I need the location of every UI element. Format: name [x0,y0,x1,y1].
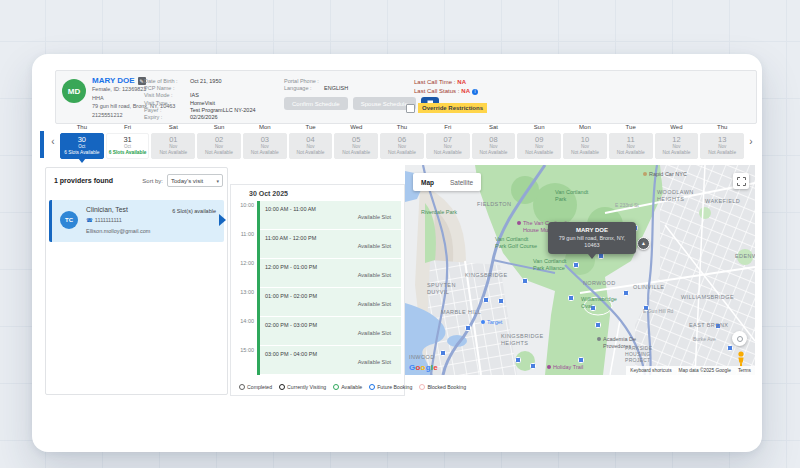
provider-email: Ellison.molloy@gmail.com [86,228,150,234]
patient-field: PCP Name : [144,85,256,92]
map-poi-icon[interactable]: ▲ [637,237,650,250]
transit-marker-icon[interactable] [568,295,574,301]
map-label: MARBLE HILL [441,309,481,316]
available-slot[interactable]: 10:00 AM - 11:00 AM Available Slot [257,201,401,229]
carousel-prev-button[interactable]: ‹ [48,136,58,147]
providers-panel: 1 providers found Sort by: Today's visit… [45,167,228,395]
slot-area: 10:00 10:00 AM - 11:00 AM Available Slot… [231,201,404,375]
map-label: Van Cortlandt Park Golf Course [495,236,537,249]
fullscreen-button[interactable] [733,173,749,189]
override-restrictions-checkbox[interactable] [406,104,415,113]
map-data-text: Map data ©2025 Google [679,368,731,373]
app-window: MD MARY DOE ✎ Female, ID: 12369823 HHA 7… [32,54,762,452]
provider-slots-count: 6 Slot(s) available [172,208,216,214]
available-slot[interactable]: 01:00 PM - 02:00 PM Available Slot [257,288,401,316]
date-cell[interactable]: Fri 31 Oct 6 Slots Available [106,124,150,159]
date-cell[interactable]: Thu 30 Oct 6 Slots Available [60,124,104,159]
available-slot[interactable]: 11:00 AM - 12:00 PM Available Slot [257,230,401,258]
available-slot[interactable]: 02:00 PM - 03:00 PM Available Slot [257,317,401,345]
transit-marker-icon[interactable] [440,350,446,356]
map-label: WILLIAMSBRIDGE [681,294,734,301]
availability-bar [257,201,260,375]
transit-marker-icon[interactable] [465,325,471,331]
date-cell[interactable]: Tue 11 Nov Not Available [609,124,653,159]
poi-dot-icon [481,320,485,324]
carousel-days: Thu 30 Oct 6 Slots Available Fri 31 Oct … [60,124,744,159]
carousel-accent-bar [40,131,44,158]
map-label: KINGSBRIDGE HEIGHTS [501,333,544,346]
available-slot[interactable]: 03:00 PM - 04:00 PM Available Slot [257,346,401,374]
transit-marker-icon[interactable] [623,290,629,296]
legend-item: Completed [239,384,272,390]
map-label: SPUYTEN DUYVIL [427,282,456,295]
time-label: 10:00 [231,202,254,208]
terms-link[interactable]: Terms [738,368,751,373]
map-labels: Riverdale ParkFIELDSTONVan Cortlandt Par… [405,165,755,375]
legend-dot-icon [419,384,425,390]
date-cell[interactable]: Sat 01 Nov Not Available [151,124,195,159]
transit-marker-icon[interactable] [515,357,521,363]
map-label: KINGSBRIDGE [465,272,508,279]
date-cell[interactable]: Mon 10 Nov Not Available [563,124,607,159]
transit-marker-icon[interactable] [498,298,504,304]
override-restrictions-label: Override Restrictions [418,103,487,113]
schedule-date: 30 Oct 2025 [249,190,288,197]
legend-dot-icon [333,384,339,390]
google-logo: Google [409,363,438,372]
transit-marker-icon[interactable] [598,253,604,259]
last-call-time-label: Last Call Time : [414,78,455,87]
keyboard-shortcuts-link[interactable]: Keyboard shortcuts [630,368,671,373]
fullscreen-icon [737,177,746,186]
provider-avatar: TC [60,211,78,229]
transit-marker-icon[interactable] [530,363,536,369]
map-label: Riverdale Park [421,209,457,216]
date-carousel: ‹ Thu 30 Oct 6 Slots Available Fri 31 Oc… [40,124,756,164]
map-label: E Gun Hill Rd [643,308,673,314]
date-cell[interactable]: Thu 06 Nov Not Available [380,124,424,159]
available-slot[interactable]: 12:00 PM - 01:00 PM Available Slot [257,259,401,287]
last-call-status-label: Last Call Status : [414,87,459,96]
map-label: PARKSIDE HOUSING PROJECT [625,345,652,363]
date-cell[interactable]: Tue 04 Nov Not Available [289,124,333,159]
date-cell[interactable]: Sun 09 Nov Not Available [517,124,561,159]
transit-marker-icon[interactable] [522,278,528,284]
date-cell[interactable]: Thu 13 Nov Not Available [700,124,744,159]
map-type-control: Map Satellite [413,173,481,191]
poi-dot-icon [643,172,647,176]
phone-icon: ☎ [86,217,93,223]
date-cell[interactable]: Wed 05 Nov Not Available [334,124,378,159]
patient-field: Visit Mode : IAS [144,92,256,99]
date-cell[interactable]: Sun 02 Nov Not Available [197,124,241,159]
carousel-next-button[interactable]: › [746,136,756,147]
transit-marker-icon[interactable] [483,297,489,303]
legend-item: Blocked Booking [419,384,466,390]
provider-card[interactable]: TC Clinician, Test ☎1111111111 Ellison.m… [49,200,224,242]
poi-dot-icon [547,365,551,369]
map-label: Holiday Trail [547,364,583,371]
slot-legend: Completed Currently Visiting Available F… [239,384,466,390]
provider-name: Clinician, Test [86,206,128,213]
date-cell[interactable]: Wed 12 Nov Not Available [655,124,699,159]
patient-field: Date of Birth : Oct 21, 1950 [144,78,256,85]
time-label: 15:00 [231,347,254,353]
date-cell[interactable]: Mon 03 Nov Not Available [243,124,287,159]
map-panel[interactable]: Riverdale ParkFIELDSTONVan Cortlandt Par… [405,165,755,375]
date-cell[interactable]: Sat 08 Nov Not Available [472,124,516,159]
legend-dot-icon [279,384,285,390]
satellite-view-button[interactable]: Satellite [442,179,481,186]
transit-marker-icon[interactable] [727,345,733,351]
transit-marker-icon[interactable] [573,262,579,268]
patient-name[interactable]: MARY DOE [92,76,135,85]
date-cell[interactable]: Fri 07 Nov Not Available [426,124,470,159]
sort-by-select[interactable]: Today's visit ▾ [167,174,223,187]
map-label: Van Cortlandt Park Alliance [533,258,566,271]
transit-marker-icon[interactable] [595,322,601,328]
map-view-button[interactable]: Map [413,179,442,186]
last-call-time-value: NA [457,78,466,87]
confirm-schedule-button[interactable]: Confirm Schedule [284,97,348,110]
tooltip-patient-name: MARY DOE [552,227,632,233]
info-icon[interactable]: i [472,89,478,95]
transit-marker-icon[interactable] [578,357,584,363]
compass-control[interactable] [732,331,747,346]
provider-arrow-icon[interactable] [219,214,226,226]
